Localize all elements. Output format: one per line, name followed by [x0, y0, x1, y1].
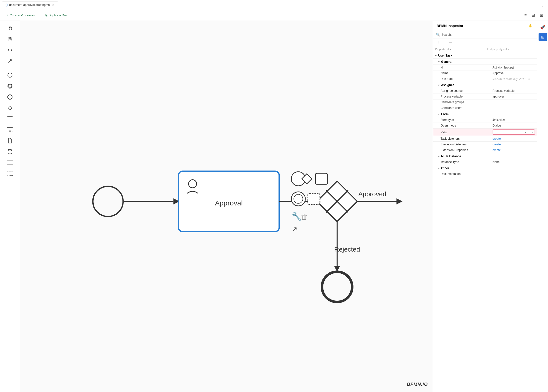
section-multi-label: Multi Instance	[441, 155, 461, 158]
svg-rect-29	[315, 173, 328, 184]
inspector-body: Properties list Edit property value ▾ Us…	[433, 46, 537, 392]
inspector-up-btn[interactable]: ↑	[436, 39, 441, 45]
view-dropdown-btn[interactable]: ∨	[524, 130, 527, 134]
bpmn-tab-icon: ⬡	[5, 3, 8, 7]
prop-candidate-groups-value[interactable]	[485, 99, 537, 105]
palette-subprocess[interactable]	[3, 125, 16, 134]
inspector-down-btn[interactable]: ↓	[442, 39, 446, 45]
prop-task-listeners-value[interactable]: create	[485, 136, 537, 142]
properties-table: Properties list Edit property value ▾ Us…	[433, 46, 537, 177]
canvas[interactable]: Approval Approved Rejected	[20, 21, 433, 392]
sidebar-properties-btn[interactable]: ⊞	[539, 33, 547, 41]
palette-select-tool[interactable]	[3, 35, 16, 44]
prop-task-listeners-row: Task Listeners create	[433, 136, 537, 142]
tab-close-btn[interactable]: ✕	[51, 3, 55, 7]
inspector-notification-btn[interactable]: 🔔	[527, 23, 534, 28]
section-assignee: ▾ Assignee	[433, 82, 537, 88]
copy-to-processes-button[interactable]: ↗ Copy to Processes	[3, 12, 38, 19]
svg-text:🗑: 🗑	[301, 213, 308, 221]
prop-candidate-users-row: Candidate users	[433, 105, 537, 111]
svg-point-5	[8, 95, 12, 99]
palette-data-store[interactable]	[3, 147, 16, 156]
prop-documentation-name: Documentation	[433, 171, 485, 177]
inspector-title: BPMN Inspector	[436, 24, 463, 28]
palette-connect-tool[interactable]	[3, 57, 16, 65]
prop-candidate-users-value[interactable]	[485, 105, 537, 111]
prop-execution-listeners-value[interactable]: create	[485, 142, 537, 147]
tab-main[interactable]: ⬡ document-approval.draft.bpmn ✕	[2, 1, 58, 9]
prop-instance-type-value[interactable]: None	[485, 159, 537, 165]
prop-documentation-value[interactable]	[485, 171, 537, 177]
svg-text:Rejected: Rejected	[334, 246, 360, 253]
svg-rect-32	[308, 193, 320, 204]
tab-menu-button[interactable]: ⋮	[539, 2, 546, 8]
inspector-more-btn[interactable]: ⋮	[512, 23, 518, 28]
palette-end-event[interactable]	[3, 93, 16, 101]
svg-text:Approved: Approved	[358, 190, 386, 198]
section-general: ▾ General	[433, 59, 537, 65]
search-input[interactable]	[441, 33, 534, 36]
prop-instance-type-name: Instance Type	[433, 159, 485, 165]
prop-duedate-value[interactable]: ISO 8601 date, e.g. 2011-03	[485, 76, 537, 82]
palette-gateway[interactable]	[3, 103, 16, 112]
section-other: ▾ Other	[433, 165, 537, 171]
svg-point-4	[8, 85, 11, 88]
prop-assignee-source-value[interactable]: Process variable	[485, 88, 537, 94]
view-input-container[interactable]: ∨ + ›	[493, 130, 535, 135]
prop-process-var-value[interactable]: approver	[485, 94, 537, 99]
palette	[0, 21, 20, 392]
prop-form-type-value[interactable]: Jmix view	[485, 117, 537, 123]
svg-text:↗: ↗	[292, 225, 297, 233]
svg-point-12	[93, 186, 123, 217]
palette-intermediate-event[interactable]	[3, 82, 16, 91]
prop-duedate-row: Due date ISO 8601 date, e.g. 2011-03	[433, 76, 537, 82]
prop-duedate-name: Due date	[433, 76, 485, 82]
main-area: Approval Approved Rejected	[0, 21, 548, 392]
tab-bar: ⬡ document-approval.draft.bpmn ✕ ⋮	[0, 0, 548, 10]
duplicate-draft-label: Duplicate Draft	[49, 14, 68, 17]
svg-rect-11	[7, 171, 13, 176]
palette-hand-tool[interactable]	[3, 24, 16, 33]
view-cell-actions: ∨ + ›	[524, 130, 534, 134]
duplicate-draft-button[interactable]: ⎘ Duplicate Draft	[43, 12, 71, 19]
prop-name-value[interactable]: Approval	[485, 70, 537, 76]
inspector-minimize-btn[interactable]: —	[519, 23, 525, 28]
svg-point-9	[8, 149, 12, 151]
chevron-assignee-icon: ▾	[438, 84, 439, 87]
inspector-header: BPMN Inspector ⋮ — 🔔	[433, 21, 537, 31]
prop-extension-props-name: Extension Properties	[433, 147, 485, 153]
prop-id-value[interactable]: Activity_1ppqpyj	[485, 65, 537, 70]
section-other-label: Other	[441, 166, 449, 170]
prop-execution-listeners-row: Execution Listeners create	[433, 142, 537, 147]
prop-name-name: Name	[433, 70, 485, 76]
prop-extension-props-row: Extension Properties create	[433, 147, 537, 153]
palette-group[interactable]	[3, 169, 16, 178]
inspector-remove-btn[interactable]: —	[447, 39, 454, 45]
toolbar: ↗ Copy to Processes ⎘ Duplicate Draft ≡ …	[0, 10, 548, 21]
col-properties-header: Properties list	[433, 46, 485, 52]
view-add-btn[interactable]: +	[528, 130, 531, 134]
palette-pool[interactable]	[3, 158, 16, 167]
toolbar-separator	[40, 13, 40, 18]
chevron-multi-icon: ▾	[438, 155, 439, 158]
view-input[interactable]	[494, 131, 523, 134]
palette-start-event[interactable]	[3, 71, 16, 80]
copy-to-processes-label: Copy to Processes	[10, 14, 35, 17]
svg-point-27	[322, 272, 352, 302]
svg-line-1	[8, 60, 11, 63]
palette-task[interactable]	[3, 114, 16, 123]
prop-assignee-source-row: Assignee source Process variable	[433, 88, 537, 94]
list-view-button[interactable]: ≡	[522, 12, 529, 19]
prop-extension-props-value[interactable]: create	[485, 147, 537, 153]
sidebar-astronaut-btn[interactable]: 🚀	[539, 23, 547, 31]
toolbar-right-actions: ≡ ⊟ ⊞	[522, 12, 545, 19]
split-view-button[interactable]: ⊟	[530, 12, 537, 19]
prop-open-mode-value[interactable]: Dialog	[485, 123, 537, 129]
bpmn-diagram: Approval Approved Rejected	[20, 21, 433, 392]
grid-view-button[interactable]: ⊞	[538, 12, 545, 19]
palette-document[interactable]	[3, 136, 16, 145]
prop-open-mode-row: Open mode Dialog	[433, 123, 537, 129]
view-open-btn[interactable]: ›	[531, 130, 534, 134]
prop-view-cell[interactable]: ∨ + ›	[485, 129, 537, 136]
palette-move-tool[interactable]	[3, 46, 16, 55]
